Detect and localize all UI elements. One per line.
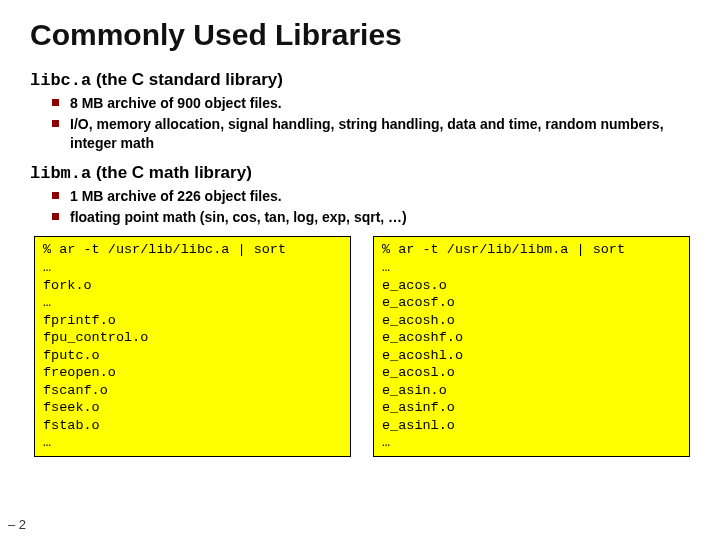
list-item: 1 MB archive of 226 object files. xyxy=(30,187,690,206)
slide-title: Commonly Used Libraries xyxy=(30,18,690,52)
libm-code: libm.a xyxy=(30,164,91,183)
page-marker: – 2 xyxy=(8,517,26,532)
code-box-libm: % ar -t /usr/lib/libm.a | sort … e_acos.… xyxy=(373,236,690,457)
libc-heading: libc.a (the C standard library) xyxy=(30,70,690,90)
list-item: floating point math (sin, cos, tan, log,… xyxy=(30,208,690,227)
libc-heading-rest: (the C standard library) xyxy=(91,70,283,89)
slide: Commonly Used Libraries libc.a (the C st… xyxy=(0,0,720,467)
libc-bullets: 8 MB archive of 900 object files. I/O, m… xyxy=(30,94,690,153)
code-box-libc: % ar -t /usr/lib/libc.a | sort … fork.o … xyxy=(34,236,351,457)
list-item: 8 MB archive of 900 object files. xyxy=(30,94,690,113)
libm-heading-rest: (the C math library) xyxy=(91,163,252,182)
libc-code: libc.a xyxy=(30,71,91,90)
code-row: % ar -t /usr/lib/libc.a | sort … fork.o … xyxy=(30,236,690,457)
list-item: I/O, memory allocation, signal handling,… xyxy=(30,115,690,153)
libm-bullets: 1 MB archive of 226 object files. floati… xyxy=(30,187,690,227)
libm-heading: libm.a (the C math library) xyxy=(30,163,690,183)
